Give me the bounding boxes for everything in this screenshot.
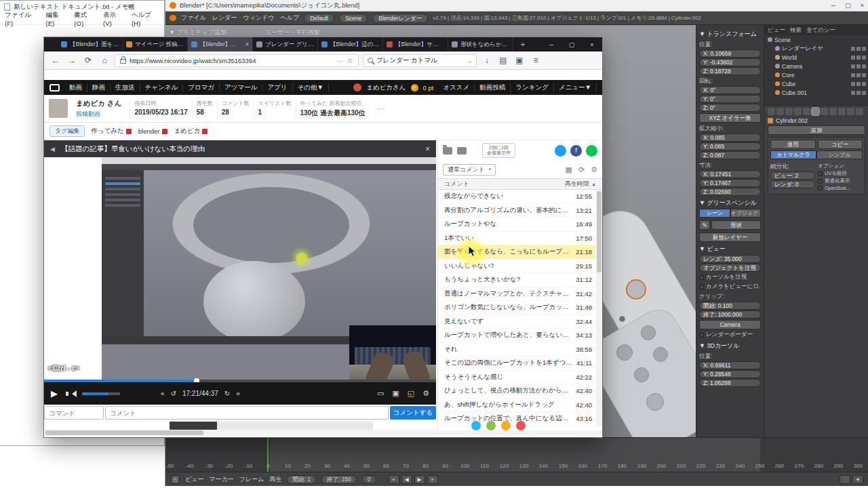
nicopedia-icon[interactable] bbox=[126, 129, 132, 134]
visibility-icons[interactable] bbox=[851, 56, 866, 60]
browser-tab[interactable]: ブレンダー グリース... × bbox=[253, 37, 318, 52]
location-field[interactable]: Y: -0.43602 bbox=[699, 58, 761, 66]
current-frame-field[interactable]: 0 bbox=[362, 475, 376, 484]
clip-end-field[interactable]: 終了: 1000.000 bbox=[699, 310, 761, 319]
blender-menu-item[interactable]: ヘルプ bbox=[281, 14, 300, 22]
new-layer-button[interactable]: 新規レイヤー bbox=[699, 232, 761, 242]
folder-icon[interactable] bbox=[443, 147, 452, 155]
outliner-row[interactable]: レンダーレイヤ bbox=[764, 44, 868, 53]
comment-time[interactable]: 42:22 bbox=[576, 373, 592, 381]
nico-nav-item[interactable]: 生放送 bbox=[111, 83, 140, 92]
video-player[interactable]: <Ctrl - r> bbox=[44, 157, 436, 380]
comment-time[interactable]: 31:48 bbox=[576, 304, 592, 311]
lock-object-field[interactable]: オブジェクトを注視 bbox=[699, 264, 761, 272]
tool-shelf-tab[interactable]: ▼ プリミティブ追加 bbox=[169, 28, 226, 37]
location-field[interactable]: X: 0.10659 bbox=[699, 49, 761, 58]
visibility-icons[interactable] bbox=[851, 82, 866, 86]
comment-row[interactable]: もうちょっと大きいかな? 31:12 bbox=[438, 273, 595, 287]
blender-titlebar[interactable]: Blender* [C:\Users\mamepika\Documents\ジョ… bbox=[165, 0, 868, 12]
cursor-location-field[interactable]: Z: 1.06288 bbox=[699, 379, 761, 387]
time-column-header[interactable]: 再生時間 bbox=[565, 180, 589, 188]
grease-pencil-tab[interactable]: オブジェクト bbox=[730, 209, 762, 218]
play-button[interactable]: ▶ bbox=[414, 475, 425, 484]
comment-time[interactable]: 43:16 bbox=[576, 415, 592, 422]
address-bar[interactable]: https://www.nicovideo.jp/watch/sm3516339… bbox=[115, 54, 359, 67]
calendar-icon[interactable]: ▦ bbox=[566, 165, 572, 174]
browser-tab[interactable]: 形状をなめらかにす... × bbox=[448, 37, 513, 52]
transform-panel-header[interactable]: ▼ トランスフォーム bbox=[699, 30, 761, 39]
home-button[interactable]: ⌂ bbox=[98, 56, 111, 65]
tab-close-icon[interactable]: × bbox=[245, 41, 249, 48]
clip-start-field[interactable]: 開始: 0.100 bbox=[699, 302, 761, 310]
browser-tab[interactable]: 【Blender】サイコロ... × bbox=[383, 37, 448, 52]
nico-nav-right-item[interactable]: メニュー▼ bbox=[554, 83, 597, 92]
timeline-menu-item[interactable]: マーカー bbox=[209, 475, 233, 484]
frame-start-field[interactable]: 開始: 1 bbox=[287, 475, 315, 484]
notepad-menu-item[interactable]: 編集(E) bbox=[46, 11, 67, 27]
library-icon[interactable]: ▤ bbox=[497, 56, 509, 65]
tag-label[interactable]: まめピカ bbox=[174, 127, 201, 136]
capture-icon[interactable]: ◱ bbox=[408, 389, 414, 398]
comment-time[interactable]: 17:50 bbox=[576, 235, 592, 242]
printer-icon[interactable] bbox=[457, 147, 467, 155]
outliner-row[interactable]: Core bbox=[764, 70, 868, 79]
grease-pencil-header[interactable]: ▼ グリースペンシル bbox=[699, 199, 761, 207]
comment-type-dropdown[interactable]: 通常コメント ▾ bbox=[443, 164, 496, 176]
comment-row[interactable]: ひょっとして、視点の移動方法がわからない?ホ… 42:40 bbox=[438, 384, 595, 399]
outliner-header-item[interactable]: 全てのシー bbox=[806, 26, 835, 35]
search-bar[interactable]: → bbox=[363, 54, 477, 67]
rotation-field[interactable]: Y: 0° bbox=[699, 95, 761, 103]
rewind-icon[interactable]: ↺ bbox=[171, 390, 176, 397]
blender-maximize-button[interactable]: ▢ bbox=[845, 2, 851, 9]
rotation-mode-dropdown[interactable]: XYZ オイラー角 bbox=[699, 113, 761, 123]
local-camera-field[interactable]: Camera bbox=[699, 320, 761, 329]
comment-time[interactable]: 34:13 bbox=[576, 331, 592, 339]
comment-row[interactable]: 普通はノーマルマップとか、テクスチャでやる… 31:42 bbox=[438, 287, 595, 302]
layout-selector[interactable]: Default bbox=[304, 14, 334, 23]
engine-selector[interactable]: Blenderレンダー bbox=[372, 14, 428, 23]
comment-time[interactable]: 32:44 bbox=[576, 318, 592, 325]
video-tag[interactable]: blender bbox=[138, 127, 167, 136]
properties-tabs[interactable] bbox=[768, 108, 865, 115]
render-subdivisions-field[interactable]: レンダ: 0 bbox=[770, 180, 815, 188]
comment-time[interactable]: 42:40 bbox=[576, 387, 592, 394]
comment-row[interactable]: ポリゴン数気にしないなら、ループカットで何… 31:48 bbox=[438, 301, 595, 315]
comment-row[interactable]: ループカットで増やしたあと、要らない辺は縮… 34:13 bbox=[438, 329, 595, 343]
comment-time[interactable]: 38:59 bbox=[576, 346, 592, 353]
shape-button[interactable]: 形状 bbox=[711, 220, 761, 230]
search-go-icon[interactable]: → bbox=[465, 57, 472, 64]
player-settings-icon[interactable]: ⚙ bbox=[422, 389, 429, 398]
comment-time[interactable]: 31:42 bbox=[576, 290, 592, 298]
comment-time[interactable]: 31:12 bbox=[576, 276, 592, 283]
back-button[interactable]: ← bbox=[50, 56, 62, 65]
volume-slider[interactable] bbox=[82, 392, 120, 395]
niconico-logo-icon[interactable] bbox=[50, 84, 60, 92]
lock-cursor-row[interactable]: カーソルを注視 bbox=[699, 273, 761, 281]
notepad-menu-item[interactable]: ファイル(F) bbox=[5, 11, 39, 27]
comment-row[interactable]: それ 38:59 bbox=[438, 343, 595, 357]
downloads-icon[interactable]: ↓ bbox=[481, 56, 493, 65]
frame-end-field[interactable]: 終了: 250 bbox=[321, 475, 357, 484]
comment-submit-button[interactable]: コメントする bbox=[390, 406, 436, 420]
tag-label[interactable]: 作ってみた bbox=[91, 127, 123, 136]
comment-row[interactable]: ループカットやな 16:49 bbox=[438, 218, 595, 232]
volume-icon[interactable] bbox=[68, 390, 77, 397]
comment-column-header[interactable]: コメント bbox=[444, 180, 469, 188]
tag-label[interactable]: blender bbox=[138, 127, 160, 135]
ticker-prev-icon[interactable]: ◀ bbox=[50, 146, 55, 152]
reload-button[interactable]: ⟳ bbox=[82, 56, 94, 65]
service-icon-green[interactable] bbox=[486, 421, 496, 430]
browser-tab[interactable]: 【Blender】面を差し... × bbox=[58, 37, 123, 52]
blender-close-button[interactable]: × bbox=[861, 2, 864, 9]
play-reverse-button[interactable]: ◀ bbox=[401, 475, 412, 484]
location-field[interactable]: Z: 0.18728 bbox=[699, 67, 761, 75]
next-video-icon[interactable]: » bbox=[236, 390, 240, 397]
points-value[interactable]: 0 pt bbox=[423, 84, 434, 92]
keying-icon[interactable]: ▾ bbox=[852, 475, 863, 484]
horizontal-scrollbar[interactable] bbox=[44, 430, 602, 436]
scrollbar-thumb[interactable] bbox=[45, 430, 203, 435]
tag-edit-button[interactable]: タグ編集 bbox=[50, 125, 85, 137]
cursor-location-field[interactable]: X: 0.69611 bbox=[699, 361, 761, 369]
sync-icon[interactable] bbox=[840, 475, 850, 484]
service-icon-orange[interactable] bbox=[501, 421, 511, 430]
